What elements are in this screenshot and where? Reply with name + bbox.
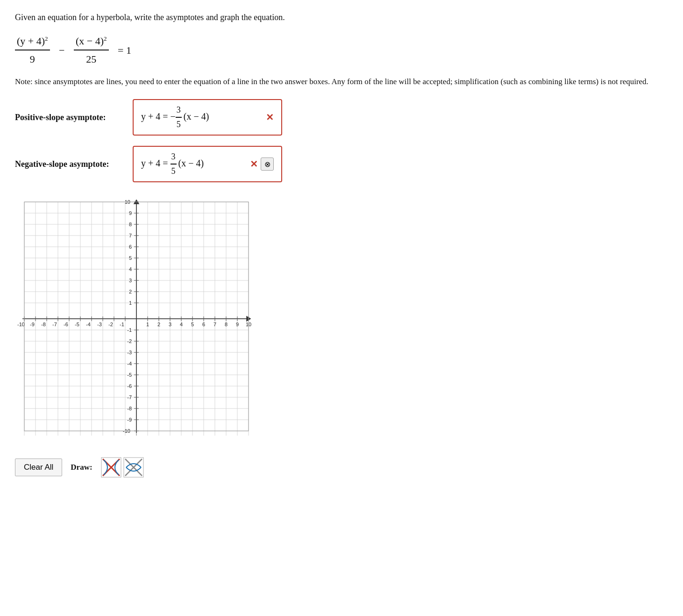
- svg-text:3: 3: [169, 322, 171, 327]
- negative-slope-submit-btn[interactable]: ⊗: [261, 158, 274, 171]
- numerator-1: (y + 4)2: [15, 33, 50, 50]
- negative-slope-math: y + 4 = 35 (x − 4): [141, 150, 243, 178]
- svg-text:5: 5: [191, 322, 194, 327]
- draw-label: Draw:: [71, 461, 92, 473]
- svg-text:5: 5: [129, 255, 132, 261]
- svg-text:3: 3: [129, 278, 132, 283]
- svg-text:-6: -6: [64, 322, 68, 327]
- graph-container: -1 -2 -3 -4 -5 -6 -7 -8 -9 -10 1 2 3 4 5…: [15, 197, 258, 440]
- positive-slope-row: Positive-slope asymptote: y + 4 = −35 (x…: [15, 99, 668, 136]
- instructions: Given an equation for a hyperbola, write…: [15, 11, 668, 24]
- svg-text:-5: -5: [127, 372, 132, 378]
- denominator-1: 9: [28, 50, 37, 67]
- axis-labels: -1 -2 -3 -4 -5 -6 -7 -8 -9 -10 1 2 3 4 5…: [17, 199, 251, 434]
- svg-text:-7: -7: [127, 394, 132, 400]
- svg-text:-2: -2: [127, 338, 132, 344]
- svg-text:1: 1: [129, 300, 132, 306]
- note-text: Note: since ansymptotes are lines, you n…: [15, 75, 668, 88]
- equals-sign: = 1: [115, 43, 131, 58]
- svg-text:6: 6: [129, 244, 132, 250]
- svg-text:1: 1: [146, 322, 149, 327]
- svg-text:9: 9: [129, 210, 132, 216]
- svg-text:-4: -4: [86, 322, 91, 327]
- svg-text:8: 8: [225, 322, 228, 327]
- positive-slope-math: y + 4 = −35 (x − 4): [141, 104, 259, 131]
- hyperbola-vertical-draw-icon[interactable]: [101, 457, 121, 478]
- svg-text:2: 2: [157, 322, 160, 327]
- fraction-1: (y + 4)2 9: [15, 33, 50, 67]
- svg-text:-6: -6: [127, 383, 132, 389]
- positive-slope-clear-btn[interactable]: ✕: [266, 110, 274, 124]
- svg-text:-2: -2: [108, 322, 113, 327]
- svg-text:-1: -1: [127, 327, 132, 333]
- svg-text:-4: -4: [127, 361, 132, 366]
- svg-text:-5: -5: [75, 322, 79, 327]
- positive-slope-answer-box: y + 4 = −35 (x − 4) ✕: [133, 99, 282, 136]
- axes: [22, 200, 250, 433]
- svg-text:4: 4: [180, 322, 183, 327]
- svg-text:-9: -9: [127, 417, 132, 423]
- svg-text:9: 9: [236, 322, 239, 327]
- svg-text:-10: -10: [17, 322, 25, 327]
- minus-sign: −: [57, 43, 67, 58]
- svg-text:-3: -3: [127, 350, 132, 355]
- svg-text:-7: -7: [52, 322, 57, 327]
- fraction-2: (x − 4)2 25: [74, 33, 109, 67]
- svg-text:-8: -8: [127, 406, 132, 411]
- denominator-2: 25: [84, 50, 98, 67]
- svg-text:2: 2: [129, 289, 132, 294]
- svg-text:7: 7: [213, 322, 216, 327]
- svg-text:8: 8: [129, 222, 132, 227]
- negative-slope-clear-btn[interactable]: ✕: [250, 157, 258, 171]
- svg-text:-9: -9: [30, 322, 35, 327]
- bottom-controls: Clear All Draw:: [15, 457, 668, 478]
- svg-text:7: 7: [129, 233, 132, 238]
- svg-text:6: 6: [202, 322, 205, 327]
- negative-slope-answer-box: y + 4 = 35 (x − 4) ✕ ⊗: [133, 146, 282, 182]
- svg-text:4: 4: [129, 266, 132, 272]
- svg-text:-3: -3: [97, 322, 102, 327]
- hyperbola-horizontal-draw-icon[interactable]: [123, 457, 144, 478]
- negative-slope-row: Negative-slope asymptote: y + 4 = 35 (x …: [15, 146, 668, 182]
- main-equation: (y + 4)2 9 − (x − 4)2 25 = 1: [15, 33, 668, 67]
- numerator-2: (x − 4)2: [74, 33, 109, 50]
- coordinate-graph[interactable]: -1 -2 -3 -4 -5 -6 -7 -8 -9 -10 1 2 3 4 5…: [15, 197, 258, 440]
- negative-slope-label: Negative-slope asymptote:: [15, 158, 127, 171]
- svg-text:-1: -1: [120, 322, 124, 327]
- draw-icons-container: [101, 457, 144, 478]
- svg-text:-8: -8: [41, 322, 46, 327]
- clear-all-button[interactable]: Clear All: [15, 458, 62, 476]
- positive-slope-label: Positive-slope asymptote:: [15, 111, 127, 124]
